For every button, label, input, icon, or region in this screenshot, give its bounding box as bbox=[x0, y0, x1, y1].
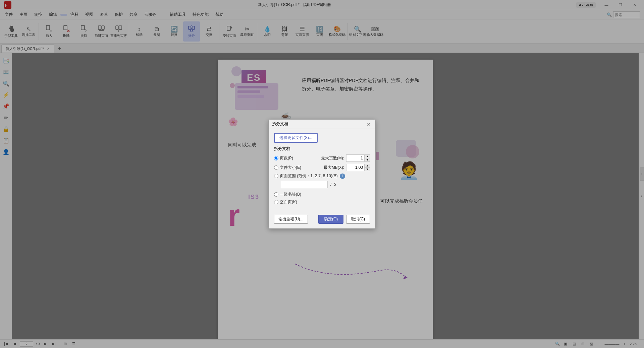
dialog-section-title: 拆分文档 bbox=[274, 146, 370, 152]
option-by-range-row: 页面范围 (范例：1, 2-7, 8-10)(B) i bbox=[274, 173, 370, 179]
page-range-input-row: / 3 bbox=[274, 181, 370, 188]
option-by-blank-row: 空白页(K) bbox=[274, 199, 370, 205]
dialog-titlebar: 拆分文档 ✕ bbox=[269, 120, 375, 129]
option-by-page-row: 页数(P) 最大页数(M): ▲ ▼ bbox=[274, 154, 370, 162]
range-total: 3 bbox=[334, 182, 336, 187]
option-by-range-label[interactable]: 页面范围 (范例：1, 2-7, 8-10)(B) bbox=[280, 173, 338, 179]
split-dialog: 拆分文档 ✕ 选择更多文件(S)... 拆分文档 页数(P) 最大页数(M): … bbox=[268, 119, 376, 229]
max-mb-increment[interactable]: ▲ bbox=[365, 164, 370, 167]
page-range-input[interactable] bbox=[281, 181, 328, 188]
option-by-bookmark-row: 一级书签(B) bbox=[274, 192, 370, 197]
max-pages-input[interactable] bbox=[346, 154, 365, 162]
range-separator: / bbox=[330, 182, 331, 187]
dialog-footer: 输出选项(U)... 确定(O) 取消(C) bbox=[269, 211, 375, 228]
max-pages-decrement[interactable]: ▼ bbox=[365, 158, 370, 162]
max-pages-increment[interactable]: ▲ bbox=[365, 154, 370, 158]
dialog-close-button[interactable]: ✕ bbox=[365, 121, 372, 128]
option-by-bookmark-label[interactable]: 一级书签(B) bbox=[280, 192, 370, 197]
ok-button[interactable]: 确定(O) bbox=[318, 215, 343, 224]
option-by-bookmark-radio[interactable] bbox=[274, 192, 278, 197]
option-by-size-label[interactable]: 文件大小(E) bbox=[280, 165, 313, 170]
select-files-button[interactable]: 选择更多文件(S)... bbox=[274, 133, 318, 143]
dialog-body: 选择更多文件(S)... 拆分文档 页数(P) 最大页数(M): ▲ ▼ bbox=[269, 129, 375, 211]
option-by-range-radio[interactable] bbox=[274, 174, 278, 178]
cancel-button[interactable]: 取消(C) bbox=[346, 215, 370, 224]
option-by-page-radio[interactable] bbox=[274, 156, 278, 160]
max-mb-spinner: ▲ ▼ bbox=[346, 164, 370, 171]
max-mb-input[interactable] bbox=[346, 164, 365, 171]
range-info-icon[interactable]: i bbox=[340, 173, 345, 179]
max-mb-decrement[interactable]: ▼ bbox=[365, 167, 370, 171]
option-by-blank-radio[interactable] bbox=[274, 200, 278, 204]
option-by-size-radio[interactable] bbox=[274, 165, 278, 170]
max-pages-spin-buttons: ▲ ▼ bbox=[365, 154, 370, 162]
option-by-size-row: 文件大小(E) 最大MB(X): ▲ ▼ bbox=[274, 164, 370, 171]
max-pages-label: 最大页数(M): bbox=[321, 155, 344, 161]
max-mb-label: 最大MB(X): bbox=[324, 165, 344, 170]
max-pages-spinner: ▲ ▼ bbox=[346, 154, 370, 162]
output-options-button[interactable]: 输出选项(U)... bbox=[274, 215, 308, 224]
max-mb-spin-buttons: ▲ ▼ bbox=[365, 164, 370, 171]
option-by-blank-label[interactable]: 空白页(K) bbox=[280, 199, 370, 205]
dialog-title: 拆分文档 bbox=[272, 121, 288, 127]
dialog-buttons: 确定(O) 取消(C) bbox=[318, 215, 370, 224]
option-by-page-label[interactable]: 页数(P) bbox=[280, 155, 313, 161]
modal-overlay: 拆分文档 ✕ 选择更多文件(S)... 拆分文档 页数(P) 最大页数(M): … bbox=[0, 0, 644, 348]
